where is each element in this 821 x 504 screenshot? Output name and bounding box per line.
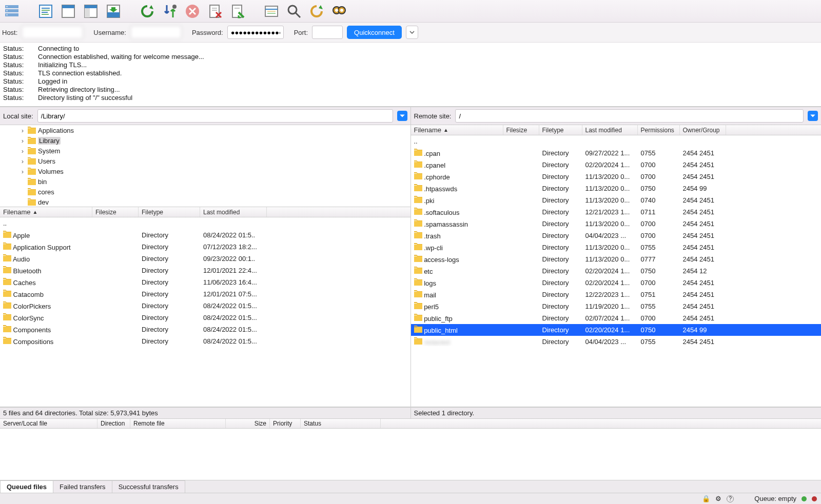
toggle-log-icon[interactable] <box>36 2 55 21</box>
remote-col-filename[interactable]: Filename ▲ <box>411 125 503 135</box>
queue-col-size[interactable]: Size <box>226 419 270 428</box>
username-input[interactable] <box>130 26 182 39</box>
list-item[interactable]: mail Directory 12/22/2023 1... 0751 2454… <box>411 289 822 300</box>
local-pane: ›Applications ›Library ›System ›Users ›V… <box>0 125 411 418</box>
list-item[interactable]: .pki Directory 11/13/2020 0... 0740 2454… <box>411 194 822 206</box>
local-path-input[interactable] <box>37 109 393 123</box>
tab-queued[interactable]: Queued files <box>0 480 53 493</box>
disconnect-icon[interactable] <box>205 2 225 21</box>
local-path-dropdown[interactable] <box>397 111 407 121</box>
list-item[interactable]: .. <box>0 217 411 229</box>
tree-item[interactable]: ›Users <box>0 156 411 166</box>
help-icon[interactable]: ? <box>727 495 734 502</box>
port-input[interactable] <box>312 26 343 39</box>
list-item[interactable]: perl5 Directory 11/19/2020 1... 0755 245… <box>411 300 822 312</box>
tree-item[interactable]: dev <box>0 197 411 207</box>
remote-col-filetype[interactable]: Filetype <box>539 125 582 135</box>
local-col-filename[interactable]: Filename ▲ <box>0 207 92 217</box>
local-site-bar: Local site: <box>0 107 411 125</box>
remote-col-filesize[interactable]: Filesize <box>503 125 539 135</box>
tree-item[interactable]: ›Applications <box>0 125 411 135</box>
svg-rect-17 <box>107 12 120 17</box>
toggle-queue-icon[interactable] <box>104 2 123 21</box>
remote-col-modified[interactable]: Last modified <box>582 125 638 135</box>
host-input[interactable] <box>22 26 83 39</box>
settings-icon[interactable]: ⚙ <box>715 495 721 502</box>
list-item[interactable]: .cpan Directory 09/27/2022 1... 0755 245… <box>411 147 822 159</box>
list-item[interactable]: .spamassassin Directory 11/13/2020 0... … <box>411 218 822 230</box>
filter-icon[interactable] <box>262 2 281 21</box>
svg-rect-65 <box>414 292 422 297</box>
toggle-local-tree-icon[interactable] <box>58 2 78 21</box>
queue-col-status[interactable]: Status <box>301 419 381 428</box>
queue-col-server[interactable]: Server/Local file <box>0 419 97 428</box>
list-item[interactable]: .softaculous Directory 12/21/2023 1... 0… <box>411 206 822 218</box>
tree-item[interactable]: ›Volumes <box>0 166 411 176</box>
list-item[interactable]: Catacomb Directory 12/01/2021 07:5... <box>0 288 411 300</box>
local-file-list[interactable]: Filename ▲ Filesize Filetype Last modifi… <box>0 207 411 407</box>
list-item[interactable]: .wp-cli Directory 11/13/2020 0... 0755 2… <box>411 241 822 253</box>
svg-rect-58 <box>414 209 422 215</box>
list-item[interactable]: Components Directory 08/24/2022 01:5... <box>0 324 411 335</box>
svg-rect-12 <box>62 5 74 8</box>
queue-col-priority[interactable]: Priority <box>270 419 301 428</box>
list-item[interactable]: .htpasswds Directory 11/13/2020 0... 075… <box>411 183 822 194</box>
refresh-icon[interactable] <box>138 2 157 21</box>
list-item[interactable]: Compositions Directory 08/24/2022 01:5..… <box>0 335 411 347</box>
remote-path-input[interactable] <box>455 109 804 123</box>
local-col-filetype[interactable]: Filetype <box>139 207 200 217</box>
tab-successful[interactable]: Successful transfers <box>112 480 185 493</box>
list-item[interactable]: .trash Directory 04/04/2023 ... 0700 245… <box>411 230 822 241</box>
list-item[interactable]: Audio Directory 09/23/2022 00:1.. <box>0 253 411 265</box>
list-item[interactable]: .cpanel Directory 02/20/2024 1... 0700 2… <box>411 159 822 171</box>
lock-icon[interactable]: 🔒 <box>702 495 710 502</box>
quickconnect-history-dropdown[interactable] <box>406 26 418 39</box>
remote-file-list[interactable]: Filename ▲ Filesize Filetype Last modifi… <box>411 125 822 407</box>
quickconnect-button[interactable]: Quickconnect <box>347 26 402 39</box>
tree-item[interactable]: bin <box>0 176 411 187</box>
svg-rect-52 <box>3 338 11 344</box>
remote-col-owner[interactable]: Owner/Group <box>680 125 726 135</box>
cancel-icon[interactable] <box>183 2 202 21</box>
list-item[interactable]: ColorSync Directory 08/24/2022 01:5... <box>0 312 411 324</box>
remote-col-permissions[interactable]: Permissions <box>638 125 680 135</box>
svg-rect-47 <box>3 279 11 285</box>
tab-failed[interactable]: Failed transfers <box>53 480 112 493</box>
list-item[interactable]: public_ftp Directory 02/07/2024 1... 070… <box>411 312 822 324</box>
password-input[interactable] <box>227 26 284 39</box>
toggle-remote-tree-icon[interactable] <box>81 2 101 21</box>
local-tree[interactable]: ›Applications ›Library ›System ›Users ›V… <box>0 125 411 207</box>
svg-rect-50 <box>3 315 11 320</box>
list-item[interactable]: Caches Directory 11/06/2023 16:4... <box>0 276 411 288</box>
remote-path-dropdown[interactable] <box>808 111 818 121</box>
local-col-filesize[interactable]: Filesize <box>92 207 139 217</box>
tree-item[interactable]: cores <box>0 187 411 197</box>
list-item[interactable]: access-logs Directory 11/13/2020 0... 07… <box>411 253 822 265</box>
list-item[interactable]: Application Support Directory 07/12/2023… <box>0 241 411 253</box>
tree-item[interactable]: ›Library <box>0 135 411 146</box>
process-queue-icon[interactable] <box>160 2 180 21</box>
svg-rect-64 <box>414 280 422 286</box>
list-item[interactable]: redacted Directory 04/04/2023 ... 0755 2… <box>411 336 822 348</box>
tree-item[interactable]: ›System <box>0 146 411 156</box>
queue-col-remote[interactable]: Remote file <box>130 419 226 428</box>
list-item[interactable]: ColorPickers Directory 08/24/2022 01:5..… <box>0 300 411 312</box>
site-manager-icon[interactable] <box>2 2 22 21</box>
list-item[interactable]: logs Directory 02/20/2024 1... 0700 2454… <box>411 277 822 289</box>
list-item[interactable]: Apple Directory 08/24/2022 01:5.. <box>0 229 411 241</box>
queue-col-direction[interactable]: Direction <box>97 419 130 428</box>
local-site-label: Local site: <box>3 112 33 120</box>
list-item[interactable]: Bluetooth Directory 12/01/2021 22:4... <box>0 265 411 276</box>
list-item[interactable]: .. <box>411 135 822 147</box>
local-col-modified[interactable]: Last modified <box>200 207 267 217</box>
list-item[interactable]: public_html Directory 02/20/2024 1... 07… <box>411 324 822 336</box>
compare-icon[interactable] <box>307 2 326 21</box>
list-item[interactable]: .cphorde Directory 11/13/2020 0... 0700 … <box>411 171 822 183</box>
svg-rect-51 <box>3 327 11 332</box>
svg-rect-53 <box>414 150 422 156</box>
svg-rect-4 <box>6 10 8 11</box>
reconnect-icon[interactable] <box>228 2 247 21</box>
find-icon[interactable] <box>329 2 349 21</box>
search-icon[interactable] <box>284 2 304 21</box>
list-item[interactable]: etc Directory 02/20/2024 1... 0750 2454 … <box>411 265 822 277</box>
